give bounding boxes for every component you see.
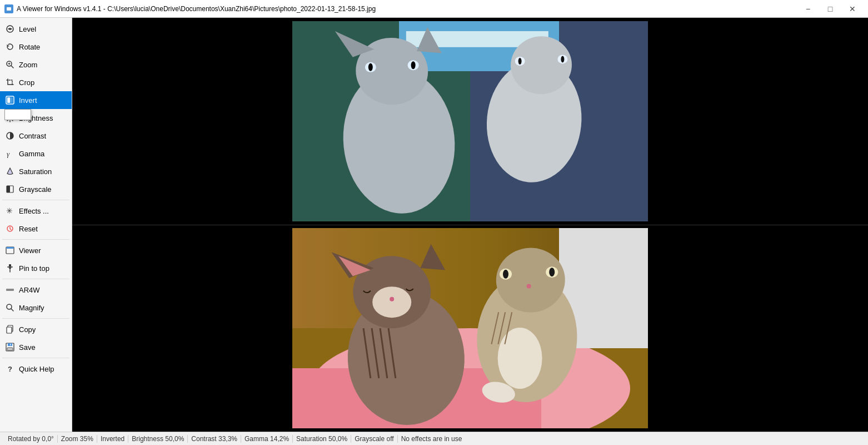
- separator-4: [2, 318, 69, 319]
- sidebar-item-quickhelp-label: Quick Help: [19, 365, 54, 373]
- title-bar: A Viewer for Windows v1.4.1 - C:\Users\l…: [0, 0, 868, 18]
- svg-line-6: [11, 66, 13, 68]
- contrast-icon: [4, 130, 16, 141]
- quickhelp-icon: ?: [4, 363, 16, 374]
- sidebar-item-ar4w[interactable]: AR4W: [0, 281, 72, 299]
- svg-text:?: ?: [8, 365, 12, 373]
- top-image-panel: [72, 18, 868, 225]
- separator-1: [2, 200, 69, 200]
- sidebar-item-rotate[interactable]: Rotate: [0, 38, 72, 56]
- status-inverted: Inverted: [97, 435, 128, 443]
- status-grayscale: Grayscale off: [351, 435, 397, 443]
- separator-2: [2, 239, 69, 240]
- viewer-icon: [4, 245, 16, 256]
- status-saturation: Saturation 50,0%: [293, 435, 351, 443]
- sidebar-item-effects-label: Effects ...: [19, 207, 49, 215]
- separator-3: [2, 279, 69, 279]
- sidebar-item-grayscale-label: Grayscale: [19, 185, 52, 194]
- window-controls: − □ ✕: [797, 1, 864, 17]
- sidebar-item-pintotop-label: Pin to top: [19, 264, 49, 273]
- sidebar-item-copy[interactable]: Copy: [0, 320, 72, 338]
- sidebar-item-quickhelp[interactable]: ? Quick Help: [0, 360, 72, 378]
- window-title: A Viewer for Windows v1.4.1 - C:\Users\l…: [17, 5, 797, 13]
- crop-icon: [4, 77, 16, 88]
- magnify-icon: [4, 302, 16, 313]
- ar4w-icon: [4, 284, 16, 295]
- status-effects: No effects are in use: [398, 435, 466, 443]
- save-icon: [4, 342, 16, 353]
- status-brightness: Brightness 50,0%: [128, 435, 188, 443]
- svg-rect-24: [7, 186, 10, 192]
- svg-rect-11: [10, 97, 13, 103]
- invert-icon: [4, 95, 16, 106]
- svg-rect-39: [7, 348, 13, 350]
- maximize-button[interactable]: □: [819, 1, 841, 17]
- sidebar-item-saturation[interactable]: Saturation: [0, 162, 72, 180]
- sidebar-item-reset[interactable]: Reset: [0, 220, 72, 238]
- sidebar: Level Rotate Zoom: [0, 18, 72, 432]
- sidebar-item-level-label: Level: [19, 25, 36, 33]
- sidebar-item-ar4w-label: AR4W: [19, 286, 40, 294]
- sidebar-item-save[interactable]: Save: [0, 338, 72, 356]
- effects-icon: ✳: [4, 205, 16, 216]
- level-icon: [4, 23, 16, 34]
- sidebar-item-grayscale[interactable]: Grayscale: [0, 180, 72, 198]
- sidebar-item-contrast-label: Contrast: [19, 132, 46, 140]
- copy-icon: [4, 324, 16, 335]
- normal-cat-canvas: [292, 228, 648, 428]
- invert-tooltip: Invert: [4, 109, 31, 120]
- status-rotation: Rotated by 0,0°: [4, 435, 58, 443]
- sidebar-item-magnify[interactable]: Magnify: [0, 299, 72, 317]
- grayscale-icon: [4, 184, 16, 195]
- sidebar-item-crop[interactable]: Crop: [0, 73, 72, 91]
- sidebar-item-saturation-label: Saturation: [19, 167, 52, 176]
- reset-icon: [4, 223, 16, 234]
- svg-text:γ: γ: [7, 150, 10, 158]
- svg-rect-32: [6, 289, 14, 291]
- sidebar-item-zoom-label: Zoom: [19, 61, 37, 69]
- sidebar-item-invert-label: Invert: [19, 96, 37, 105]
- sidebar-item-save-label: Save: [19, 343, 36, 352]
- sidebar-item-pintotop[interactable]: Pin to top: [0, 259, 72, 277]
- app-icon: [4, 4, 13, 13]
- bottom-image-panel: [72, 225, 868, 432]
- saturation-icon: [4, 166, 16, 177]
- status-contrast: Contrast 33,3%: [188, 435, 241, 443]
- svg-rect-36: [7, 327, 12, 333]
- svg-line-34: [11, 309, 13, 311]
- sidebar-item-effects[interactable]: ✳ Effects ...: [0, 202, 72, 220]
- minimize-button[interactable]: −: [797, 1, 819, 17]
- sidebar-item-crop-label: Crop: [19, 78, 34, 87]
- sidebar-item-copy-label: Copy: [19, 325, 36, 334]
- sidebar-item-rotate-label: Rotate: [19, 43, 40, 51]
- sidebar-item-viewer[interactable]: Viewer: [0, 241, 72, 259]
- sidebar-item-reset-label: Reset: [19, 225, 38, 233]
- status-zoom: Zoom 35%: [58, 435, 97, 443]
- sidebar-item-level[interactable]: Level: [0, 20, 72, 38]
- status-gamma: Gamma 14,2%: [241, 435, 293, 443]
- gamma-icon: γ: [4, 148, 16, 159]
- status-bar: Rotated by 0,0° Zoom 35% Inverted Bright…: [0, 432, 868, 445]
- inverted-cat-canvas: [292, 21, 648, 221]
- sidebar-item-gamma[interactable]: γ Gamma: [0, 145, 72, 162]
- svg-rect-30: [7, 266, 13, 268]
- zoom-icon: [4, 59, 16, 70]
- sidebar-item-zoom[interactable]: Zoom: [0, 56, 72, 73]
- image-area: [72, 18, 868, 432]
- sidebar-item-contrast[interactable]: Contrast: [0, 127, 72, 145]
- separator-5: [2, 358, 69, 358]
- svg-rect-10: [7, 97, 10, 103]
- sidebar-item-gamma-label: Gamma: [19, 150, 44, 158]
- svg-text:✳: ✳: [6, 206, 13, 215]
- sidebar-item-invert[interactable]: Invert Invert: [0, 91, 72, 109]
- svg-rect-1: [7, 7, 11, 11]
- rotate-icon: [4, 41, 16, 52]
- svg-rect-28: [6, 247, 14, 249]
- sidebar-item-viewer-label: Viewer: [19, 246, 41, 255]
- main-area: Level Rotate Zoom: [0, 18, 868, 432]
- svg-rect-38: [8, 343, 12, 346]
- svg-point-4: [9, 28, 11, 30]
- close-button[interactable]: ✕: [841, 1, 864, 17]
- sidebar-item-magnify-label: Magnify: [19, 304, 44, 312]
- pintotop-icon: [4, 263, 16, 274]
